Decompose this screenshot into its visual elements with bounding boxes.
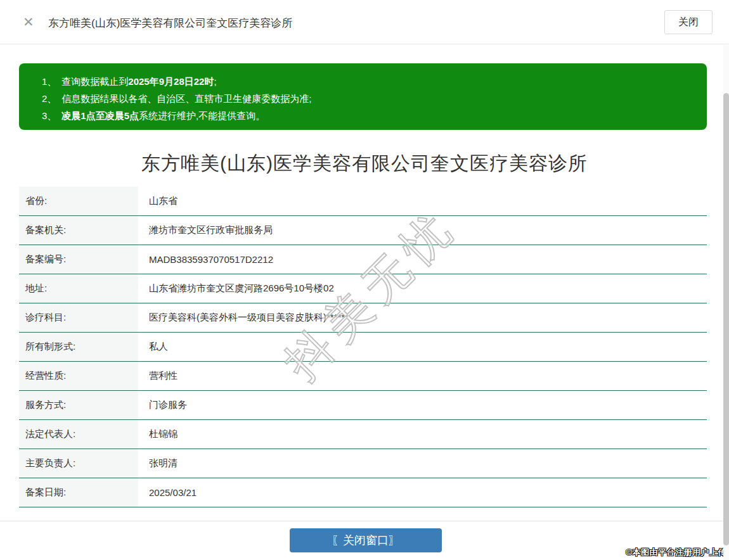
row-label: 所有制形式: xyxy=(19,333,138,361)
table-row: 备案编号: MADB3835937070517D2212 xyxy=(19,245,707,274)
row-value: 山东省 xyxy=(138,187,707,215)
notice-text: 查询数据截止到 xyxy=(61,76,128,87)
notice-line-3: 3、凌晨1点至凌晨5点系统进行维护,不能提供查询。 xyxy=(42,107,694,124)
notice-line-number: 2、 xyxy=(42,93,56,104)
close-button[interactable]: 关闭 xyxy=(664,10,713,34)
table-row: 法定代表人: 杜锦锦 xyxy=(19,420,707,449)
row-label: 备案编号: xyxy=(19,245,138,274)
row-value: 杜锦锦 xyxy=(138,420,707,449)
row-value: MADB3835937070517D2212 xyxy=(138,245,707,274)
notice-line-1: 1、查询数据截止到2025年9月28日22时; xyxy=(42,73,694,90)
row-label: 经营性质: xyxy=(19,362,138,390)
table-row: 省份: 山东省 xyxy=(19,187,707,216)
row-value: 门诊服务 xyxy=(138,391,707,419)
notice-banner: 1、查询数据截止到2025年9月28日22时; 2、信息数据结果以各省、自治区、… xyxy=(19,63,707,130)
window-titlebar: ✕ 东方唯美(山东)医学美容有限公司奎文医疗美容诊所 关闭 xyxy=(0,0,729,44)
scrollbar-thumb[interactable] xyxy=(723,93,729,545)
row-value: 2025/03/21 xyxy=(138,478,707,507)
info-table: 省份: 山东省 备案机关: 潍坊市奎文区行政审批服务局 备案编号: MADB38… xyxy=(19,187,707,507)
row-value: 山东省潍坊市奎文区虞河路2696号10号楼02 xyxy=(138,274,707,303)
table-row: 备案机关: 潍坊市奎文区行政审批服务局 xyxy=(19,216,707,245)
row-label: 主要负责人: xyxy=(19,449,138,478)
table-row: 服务方式: 门诊服务 xyxy=(19,391,707,420)
table-row: 所有制形式: 私人 xyxy=(19,333,707,362)
row-value: 营利性 xyxy=(138,362,707,390)
notice-line-2: 2、信息数据结果以各省、自治区、直辖市卫生健康委数据为准; xyxy=(42,90,694,107)
bottom-divider xyxy=(0,521,729,521)
notice-text: 系统进行维护,不能提供查询。 xyxy=(139,110,265,121)
notice-text-bold: 凌晨1点至凌晨5点 xyxy=(61,110,139,121)
page-title: 东方唯美(山东)医学美容有限公司奎文医疗美容诊所 xyxy=(0,151,729,177)
close-icon[interactable]: ✕ xyxy=(23,14,34,30)
table-row: 主要负责人: 张明清 xyxy=(19,449,707,478)
row-label: 地址: xyxy=(19,274,138,303)
table-row: 备案日期: 2025/03/21 xyxy=(19,478,707,507)
table-row: 诊疗科目: 医疗美容科(美容外科一级项目美容皮肤科)****** xyxy=(19,303,707,333)
notice-text: ; xyxy=(214,76,216,87)
table-row: 经营性质: 营利性 xyxy=(19,362,707,391)
row-label: 诊疗科目: xyxy=(19,303,138,332)
row-label: 服务方式: xyxy=(19,391,138,419)
close-window-button[interactable]: 〖关闭窗口〗 xyxy=(290,528,442,552)
window-title: 东方唯美(山东)医学美容有限公司奎文医疗美容诊所 xyxy=(48,16,292,30)
row-value: 潍坊市奎文区行政审批服务局 xyxy=(138,216,707,245)
row-value: 医疗美容科(美容外科一级项目美容皮肤科)****** xyxy=(138,303,707,332)
scrollbar-track[interactable] xyxy=(723,45,729,560)
row-label: 备案机关: xyxy=(19,216,138,245)
row-label: 省份: xyxy=(19,187,138,215)
notice-line-number: 1、 xyxy=(42,76,56,87)
row-label: 备案日期: xyxy=(19,478,138,507)
row-value: 私人 xyxy=(138,333,707,361)
notice-text: 信息数据结果以各省、自治区、直辖市卫生健康委数据为准; xyxy=(61,93,311,104)
notice-text-bold: 2025年9月28日22时 xyxy=(128,76,214,87)
notice-line-number: 3、 xyxy=(42,110,56,121)
row-value: 张明清 xyxy=(138,449,707,478)
copyright-note: ©本图由平台注册用户上传 xyxy=(626,547,726,558)
table-row: 地址: 山东省潍坊市奎文区虞河路2696号10号楼02 xyxy=(19,274,707,303)
row-label: 法定代表人: xyxy=(19,420,138,449)
